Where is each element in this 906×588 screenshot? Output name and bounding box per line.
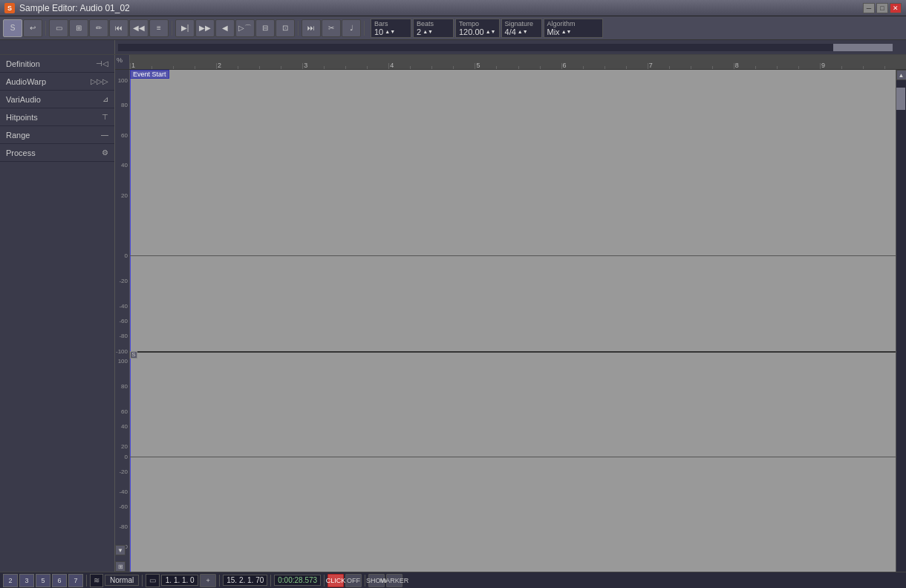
bottom-bar: 2 3 5 6 7 ≋ Normal ▭ 1. 1. 1. 0 + 15. 2.… [0,572,906,588]
end-button[interactable]: ⏭ [302,19,321,37]
ruler-minor-line [324,66,325,69]
algorithm-value: Mix ▲▼ [547,27,599,36]
bars-button[interactable]: ≡ [149,19,169,37]
transport-num-5[interactable]: 5 [36,574,50,587]
rewind-button[interactable]: ⏮ [109,19,128,37]
solo-button[interactable]: S [3,19,22,37]
bars-arrows[interactable]: ▲▼ [385,29,395,34]
scroll-up-arrow[interactable]: ▲ [896,70,907,80]
maximize-button[interactable]: □ [876,3,888,13]
forward-button[interactable]: ▷⌒ [235,19,255,37]
bot-sep6 [365,575,365,587]
ruler-line-9 [820,63,821,69]
ruler-minor-line [884,66,885,69]
sidebar: Definition ⊣◁ AudioWarp ▷▷▷ VariAudio ⊿ … [0,55,115,572]
sidebar-item-definition[interactable]: Definition ⊣◁ [0,55,114,73]
title-bar-left: S Sample Editor: Audio 01_02 [4,3,130,13]
stripe-button[interactable]: ⊟ [255,19,275,37]
tempo-value: 120.00 ▲▼ [459,27,496,36]
mode-display: Normal [105,575,139,586]
click-area: CLICK OFF [327,574,362,587]
ruler-minor-line [604,66,605,69]
ruler-minor-line [755,66,756,69]
close-button[interactable]: ✕ [890,3,902,13]
transport-num-7[interactable]: 7 [68,574,83,587]
waveform-area[interactable]: Event Start S [130,70,896,572]
definition-icon: ⊣◁ [96,59,108,68]
tempo-arrows[interactable]: ▲▼ [486,29,496,34]
loop-play-button[interactable]: ▶▶ [195,19,215,37]
algorithm-arrows[interactable]: ▲▼ [561,29,572,34]
zoom-button[interactable]: ⊞ [69,19,88,37]
back-button[interactable]: ◀ [215,19,235,37]
plus-button[interactable]: + [200,574,216,587]
vertical-scroll-thumb[interactable] [896,88,905,110]
sidebar-item-process[interactable]: Process ⚙ [0,144,114,162]
sidebar-item-range[interactable]: Range — [0,126,114,144]
sidebar-item-variaudio[interactable]: VariAudio ⊿ [0,91,114,108]
y-label-80: 80 [121,382,128,389]
algorithm-label: Algorithm [547,20,599,27]
hitpoints-icon: ⊤ [102,113,108,121]
select-rect-button[interactable]: ▭ [49,19,68,37]
ruler-line-7 [648,63,648,69]
ruler-minor-line [151,66,152,69]
minimize-button[interactable]: ─ [863,3,875,13]
beats-param[interactable]: Beats 2 ▲▼ [413,19,454,38]
bars-value: 10 ▲▼ [374,27,408,36]
algorithm-param[interactable]: Algorithm Mix ▲▼ [544,19,603,38]
pencil-button[interactable]: ✏ [89,19,108,37]
beats-label: Beats [417,20,450,27]
tempo-param[interactable]: Tempo 120.00 ▲▼ [455,19,500,38]
transport-num-2[interactable]: 2 [3,574,18,587]
ruler-minor-line [367,66,368,69]
vertical-scrollbar[interactable]: ▲ ▼ ⊞ [896,70,906,572]
window-title: Sample Editor: Audio 01_02 [19,3,130,13]
stripe2-button[interactable]: ⊡ [276,19,295,37]
marker-button[interactable]: MARKER [386,574,403,587]
sidebar-item-audiowarp[interactable]: AudioWarp ▷▷▷ [0,73,114,91]
ruler: % 12345678910 [115,55,906,70]
note-button[interactable]: ♩ [342,19,361,37]
zero-line-ch2 [130,457,896,457]
scissor-button[interactable]: ✂ [322,19,341,37]
ch2-start-marker: S [130,351,137,359]
tool-group-right: ⏭ ✂ ♩ [302,19,361,37]
signature-arrows[interactable]: ▲▼ [518,29,528,34]
click-button[interactable]: CLICK [327,574,344,587]
signature-param[interactable]: Signature 4/4 ▲▼ [501,19,542,38]
top-scrollbar[interactable] [0,40,906,55]
y-label-0: 0 [125,453,128,460]
range-icon: — [101,131,108,139]
transport-num-6[interactable]: 6 [52,574,67,587]
y-label-60: 60 [121,408,128,414]
zero-line-ch1 [130,255,896,256]
bars-param[interactable]: Bars 10 ▲▼ [371,19,411,38]
horizontal-scroll-track[interactable] [118,44,893,51]
loop-button[interactable]: ↩ [23,19,42,37]
vertical-scroll-track[interactable] [896,80,907,572]
show-marker-area: SHOW MARKER [368,574,403,587]
signature-value: 4/4 ▲▼ [505,27,538,36]
ruler-minor-line [777,66,778,69]
beats-arrows[interactable]: ▲▼ [423,29,433,34]
y-label-n80: -80 [119,333,128,339]
ruler-minor-line [841,66,842,69]
ruler-left-pad: % [115,55,130,69]
ruler-label-1: 1 [131,62,135,69]
variaudio-icon: ⊿ [102,95,108,103]
prev-button[interactable]: ◀◀ [129,19,149,37]
channel-divider [130,351,896,353]
off-button[interactable]: OFF [345,574,362,587]
ruler-line-4 [388,63,389,69]
play-start-button[interactable]: ▶| [175,19,195,37]
scroll-down-arrow[interactable]: ▼ [115,545,126,555]
scroll-bottom-arrow[interactable]: ⊞ [115,561,126,572]
sidebar-item-hitpoints[interactable]: Hitpoints ⊤ [0,108,114,126]
horizontal-scroll-thumb[interactable] [833,44,893,51]
ruler-minor-line [259,66,260,69]
y-label-n60: -60 [119,503,128,510]
ruler-minor-line [496,66,497,69]
transport-num-3[interactable]: 3 [19,574,34,587]
sep1 [45,21,46,36]
